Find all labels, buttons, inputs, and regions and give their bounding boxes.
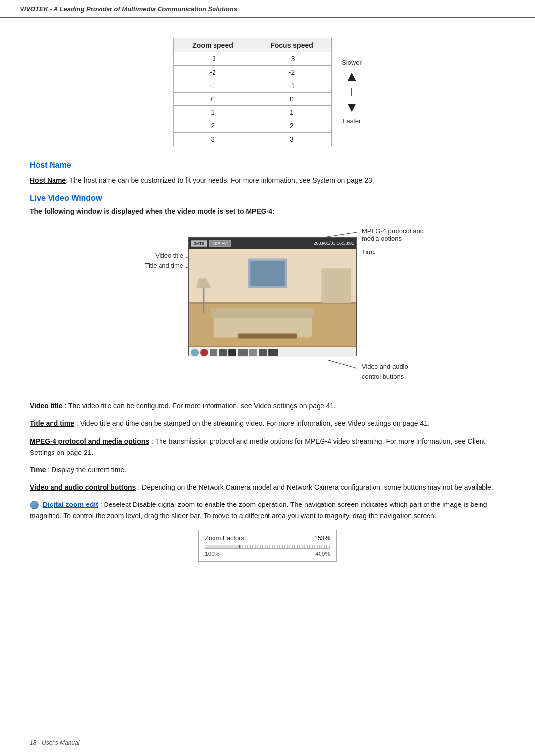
- header-title: VIVOTEK - A Leading Provider of Multimed…: [20, 5, 237, 13]
- text-digital-zoom: : Deselect Disable digital zoom to enabl…: [30, 501, 487, 520]
- table-cell: 0: [252, 93, 331, 106]
- arrow-up-icon: ▲: [345, 69, 359, 83]
- speed-slower-label: Slower: [342, 59, 362, 66]
- table-row: 00: [174, 93, 332, 106]
- term-video-title: Video title: [30, 402, 63, 410]
- term-video-audio: Video and audio control buttons: [30, 483, 136, 491]
- room-bg: [189, 249, 356, 347]
- zoom-slider-fill: [205, 545, 240, 548]
- zoom-percent-labels: 100% 400%: [205, 551, 330, 557]
- svg-rect-9: [211, 308, 315, 318]
- table-row: 22: [174, 119, 332, 133]
- video-time-display: 2008/01/03 16:38:01: [313, 241, 354, 246]
- col-focus-speed: Focus speed: [252, 38, 331, 52]
- para-time: Time : Display the current time.: [30, 464, 505, 476]
- video-tab-udp: UDP-AVI: [209, 240, 231, 247]
- zoom-slider-track[interactable]: [205, 545, 330, 549]
- table-cell: 0: [174, 93, 252, 106]
- term-time: Time: [30, 466, 46, 474]
- video-tab-gate: GATE: [191, 240, 207, 247]
- zoom-min-label: 100%: [205, 551, 220, 557]
- footer-text: 18 - User's Manual: [30, 739, 79, 746]
- room-illustration: [189, 249, 356, 347]
- video-top-bar-left: GATE UDP-AVI: [191, 240, 231, 247]
- svg-rect-10: [238, 334, 297, 339]
- zoom-speed-table: Zoom speed Focus speed -3-3-2-2-1-100112…: [173, 38, 332, 146]
- table-cell: 3: [174, 133, 252, 146]
- mpeg4-options-label: MPEG-4 protocol and media options: [362, 227, 431, 242]
- zoom-max-label: 400%: [315, 551, 330, 557]
- page-header: VIVOTEK - A Leading Provider of Multimed…: [0, 0, 535, 18]
- para-digital-zoom: Digital zoom edit : Deselect Disable dig…: [30, 499, 505, 522]
- text-title-time: : Video title and time can be stamped on…: [74, 419, 429, 427]
- ctrl-btn-5[interactable]: [228, 349, 236, 356]
- ctrl-btn-6[interactable]: [238, 349, 248, 356]
- video-diagram-container: Video title Title and time MPEG-4 protoc…: [119, 222, 416, 391]
- video-top-bar: GATE UDP-AVI 2008/01/03 16:38:01: [189, 238, 356, 249]
- zoom-factors-value: 153%: [314, 534, 330, 542]
- ctrl-btn-1[interactable]: [191, 349, 199, 356]
- table-cell: 1: [174, 106, 252, 119]
- ctrl-btn-7[interactable]: [249, 349, 257, 356]
- zoom-factors-label: Zoom Factors:: [205, 534, 246, 542]
- table-row: 11: [174, 106, 332, 119]
- page-content: Zoom speed Focus speed -3-3-2-2-1-100112…: [0, 18, 535, 582]
- video-controls-bar: [189, 347, 356, 357]
- video-audio-label: Video and audiocontrol buttons: [362, 362, 431, 381]
- para-video-title: Video title : The video title can be con…: [30, 401, 505, 412]
- table-row: -1-1: [174, 79, 332, 93]
- table-row: -2-2: [174, 66, 332, 79]
- title-and-time-label: Title and time: [119, 262, 183, 269]
- speed-indicator: Slower ▲ │ ▼ Faster: [342, 59, 362, 125]
- table-cell: -2: [174, 66, 252, 79]
- video-title-label: Video title: [119, 252, 183, 259]
- table-cell: -3: [252, 52, 331, 66]
- term-digital-zoom: Digital zoom edit: [43, 501, 98, 508]
- ctrl-btn-2[interactable]: [200, 349, 208, 356]
- para-video-audio-controls: Video and audio control buttons : Depend…: [30, 482, 505, 493]
- para-mpeg4: MPEG-4 protocol and media options : The …: [30, 436, 505, 458]
- table-row: -3-3: [174, 52, 332, 66]
- zoom-table-section: Zoom speed Focus speed -3-3-2-2-1-100112…: [30, 38, 505, 146]
- table-cell: 2: [252, 119, 331, 133]
- table-cell: -1: [252, 79, 331, 93]
- live-video-heading: Live Video Window: [30, 194, 505, 202]
- table-cell: 3: [252, 133, 331, 146]
- zoom-table-outer: Zoom speed Focus speed -3-3-2-2-1-100112…: [173, 38, 362, 146]
- text-video-audio: : Depending on the Network Camera model …: [136, 483, 493, 491]
- live-video-subheading: The following window is displayed when t…: [30, 207, 505, 215]
- svg-rect-11: [321, 269, 351, 303]
- ctrl-btn-3[interactable]: [210, 349, 217, 356]
- ctrl-btn-4[interactable]: [219, 349, 227, 356]
- zoom-factors-header: Zoom Factors: 153%: [205, 534, 330, 542]
- digital-zoom-icon: [30, 501, 39, 509]
- term-title-time: Title and time: [30, 419, 74, 427]
- video-window: GATE UDP-AVI 2008/01/03 16:38:01 GATE 16…: [188, 237, 357, 356]
- table-row: 33: [174, 133, 332, 146]
- host-name-term: Host Name: [30, 176, 66, 184]
- table-cell: -2: [252, 66, 331, 79]
- host-name-heading: Host Name: [30, 161, 505, 170]
- ctrl-btn-8[interactable]: [259, 349, 267, 356]
- video-img-area: [189, 249, 356, 347]
- svg-line-4: [327, 360, 357, 368]
- text-time: : Display the current time.: [46, 466, 126, 474]
- arrow-line: │: [350, 83, 354, 101]
- term-mpeg4: MPEG-4 protocol and media options: [30, 437, 149, 445]
- ctrl-btn-9[interactable]: [268, 349, 278, 356]
- time-label: Time: [362, 248, 391, 255]
- table-cell: 1: [252, 106, 331, 119]
- text-video-title: : The video title can be configured. For…: [63, 402, 336, 410]
- host-name-para: Host Name: The host name can be customiz…: [30, 175, 505, 186]
- para-title-and-time: Title and time : Video title and time ca…: [30, 418, 505, 429]
- arrow-down-icon: ▼: [345, 101, 359, 114]
- col-zoom-speed: Zoom speed: [174, 38, 252, 52]
- table-cell: -1: [174, 79, 252, 93]
- zoom-factors-wrapper: Zoom Factors: 153% 100% 400%: [30, 530, 505, 562]
- svg-rect-13: [250, 261, 285, 286]
- table-cell: 2: [174, 119, 252, 133]
- video-diagram-wrapper: Video title Title and time MPEG-4 protoc…: [30, 222, 505, 391]
- speed-arrow: ▲ │ ▼: [345, 69, 359, 114]
- speed-faster-label: Faster: [343, 117, 361, 125]
- host-name-desc: : The host name can be customized to fit…: [66, 176, 374, 184]
